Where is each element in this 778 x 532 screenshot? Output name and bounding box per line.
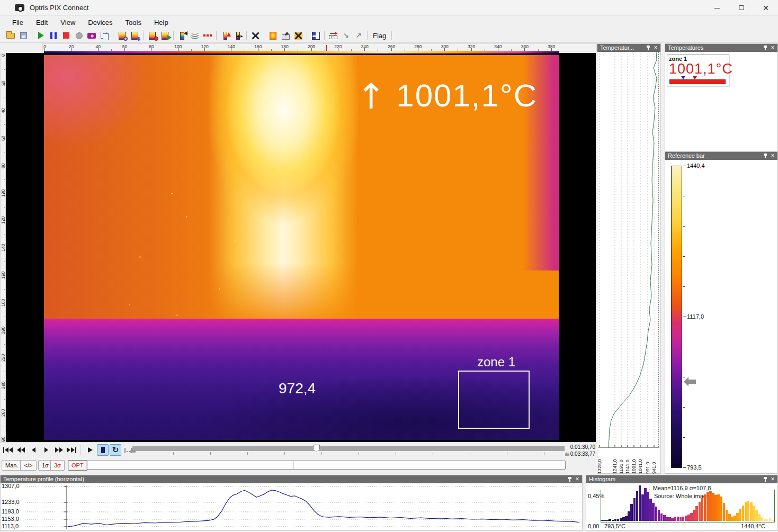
panel-header[interactable]: Histogram × xyxy=(586,475,777,483)
ruler-icon[interactable] xyxy=(327,30,339,41)
range-up-icon[interactable] xyxy=(219,30,231,41)
histogram-bar xyxy=(699,502,701,521)
save-image-icon[interactable] xyxy=(128,30,141,41)
range-fit-icon[interactable]: ◄► xyxy=(231,30,244,41)
pin-icon[interactable] xyxy=(566,476,574,483)
flag-button[interactable]: Flag xyxy=(370,32,389,40)
histogram-bar xyxy=(764,519,766,521)
palette-preview-strip xyxy=(44,51,559,53)
mode-button-opt[interactable]: OPT xyxy=(68,460,87,471)
menu-item-devices[interactable]: Devices xyxy=(82,17,118,28)
snap-up-icon[interactable]: ↗ xyxy=(352,30,365,41)
pause-button[interactable] xyxy=(97,444,109,456)
reference-color-bar[interactable] xyxy=(671,166,682,468)
layout-icon[interactable] xyxy=(309,30,322,41)
thermal-image[interactable]: ↑ 1001,1°C 972,4 zone 1 xyxy=(44,55,559,440)
histogram-bar xyxy=(712,493,714,521)
ruler-label: 120 xyxy=(199,44,210,49)
device-setup-icon[interactable] xyxy=(292,30,305,41)
histogram-bar xyxy=(758,514,761,521)
measure-areas-icon[interactable] xyxy=(189,30,201,41)
ruler-minor-tick xyxy=(58,49,58,51)
ruler-label: 0 xyxy=(1,50,6,61)
buffer-progress-bar[interactable] xyxy=(86,461,566,470)
close-icon[interactable]: × xyxy=(769,44,776,52)
panel-header[interactable]: Reference bar × xyxy=(665,152,777,160)
close-button[interactable]: ✕ xyxy=(754,0,778,16)
step-back-button[interactable] xyxy=(28,444,39,456)
mode-button-3[interactable]: 3σ xyxy=(50,460,65,471)
measure-points-icon[interactable] xyxy=(201,30,214,41)
panel-title: Temperatures xyxy=(668,44,703,52)
histogram-bar xyxy=(628,511,630,521)
save-icon[interactable] xyxy=(17,30,30,41)
panel-header[interactable]: Temperatures × xyxy=(665,44,777,52)
close-icon[interactable]: × xyxy=(652,44,659,52)
loop-button[interactable]: ↻ xyxy=(110,444,121,456)
record-radiometric-icon[interactable] xyxy=(146,30,158,41)
snap-down-icon[interactable]: ↘ xyxy=(339,30,352,41)
panel-header[interactable]: Temperatur... × xyxy=(597,44,660,52)
open-file-icon[interactable] xyxy=(4,30,17,41)
step-forward-button[interactable] xyxy=(40,444,52,456)
play-radiometric-icon[interactable] xyxy=(158,30,171,41)
histogram-bar xyxy=(677,517,679,521)
play-icon[interactable] xyxy=(34,30,47,41)
fast-forward-button[interactable] xyxy=(53,444,65,456)
menu-item-help[interactable]: Help xyxy=(148,17,174,28)
histogram-bar xyxy=(620,518,622,521)
hotspot-temperature: 1001,1°C xyxy=(396,78,538,113)
histogram-bar xyxy=(690,513,693,521)
profile-chart xyxy=(1,483,582,531)
zone-readout[interactable]: zone 1 1001,1°C xyxy=(667,55,729,86)
minimize-button[interactable]: ─ xyxy=(705,0,729,16)
rewind-button[interactable] xyxy=(15,444,26,456)
menu-item-view[interactable]: View xyxy=(55,17,81,28)
ruler-label: 80 xyxy=(146,44,157,49)
ruler-minor-tick xyxy=(511,49,512,51)
pin-icon[interactable] xyxy=(645,44,652,51)
axis-label: 1091,0 xyxy=(631,449,637,474)
menu-item-tools[interactable]: Tools xyxy=(120,17,147,28)
stop-icon[interactable] xyxy=(60,30,73,41)
pin-icon[interactable] xyxy=(762,476,769,483)
menu-item-edit[interactable]: Edit xyxy=(30,17,53,28)
record-icon[interactable] xyxy=(73,30,85,41)
open-image-icon[interactable] xyxy=(115,30,128,41)
ruler-minor-tick xyxy=(111,49,112,51)
device-icon[interactable] xyxy=(279,30,292,41)
reference-level-arrow-icon[interactable] xyxy=(688,380,696,384)
panel-title: Temperatur... xyxy=(600,44,634,52)
pin-icon[interactable] xyxy=(762,152,769,159)
timeline-tick xyxy=(433,452,433,455)
reference-tick xyxy=(683,467,686,468)
flame-icon[interactable] xyxy=(266,30,279,41)
play-button[interactable] xyxy=(84,444,96,456)
vertical-splitter[interactable] xyxy=(661,43,665,474)
configuration-icon[interactable] xyxy=(249,30,262,41)
toolbar-separator xyxy=(143,31,144,40)
pin-icon[interactable] xyxy=(762,44,769,51)
copy-icon[interactable] xyxy=(98,30,111,41)
maximize-button[interactable]: ☐ xyxy=(729,0,754,16)
axis-label: 991,0 xyxy=(645,449,650,474)
mode-button-[interactable]: </> xyxy=(20,460,37,471)
panel-header[interactable]: Temperature profile (horizontal) × xyxy=(1,475,582,483)
mode-button-man[interactable]: Man. xyxy=(2,460,22,471)
toolbar-separator xyxy=(246,31,247,40)
close-icon[interactable]: × xyxy=(574,475,581,483)
timeline-track[interactable] xyxy=(132,446,565,451)
skip-start-button[interactable] xyxy=(2,444,14,456)
pause-icon[interactable] xyxy=(47,30,60,41)
snapshot-icon[interactable] xyxy=(85,30,98,41)
ruler-minor-tick xyxy=(431,49,432,51)
skip-end-button[interactable] xyxy=(66,444,77,456)
palette-icon[interactable] xyxy=(176,30,189,41)
menu-item-file[interactable]: File xyxy=(6,17,29,28)
ruler-label: 200 xyxy=(1,324,6,336)
reference-min: 793,5 xyxy=(687,464,702,471)
close-icon[interactable]: × xyxy=(769,475,776,483)
panel-reference-bar: Reference bar × 1440,4 1117,0 793,5 xyxy=(665,151,778,474)
close-icon[interactable]: × xyxy=(769,152,776,160)
zone-rectangle[interactable] xyxy=(458,371,530,429)
